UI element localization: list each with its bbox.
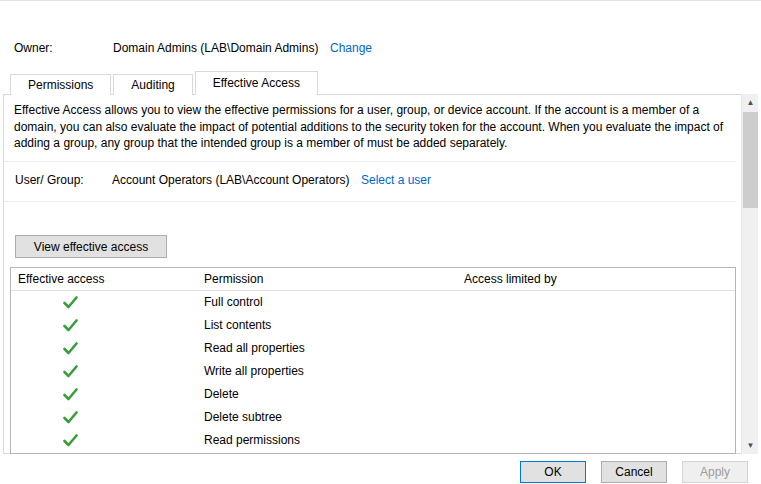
ok-button[interactable]: OK xyxy=(520,461,586,483)
tab-bar: PermissionsAuditingEffective Access xyxy=(10,71,320,95)
column-header-permission: Permission xyxy=(204,272,263,286)
scrollbar-thumb[interactable] xyxy=(743,112,758,208)
table-row[interactable]: Write all properties xyxy=(11,360,735,383)
table-row[interactable]: Full control xyxy=(11,291,735,314)
owner-value: Domain Admins (LAB\Domain Admins) xyxy=(113,41,318,55)
apply-button: Apply xyxy=(682,461,748,483)
table-row[interactable]: List contents xyxy=(11,314,735,337)
scroll-up-arrow-icon[interactable]: ▲ xyxy=(742,94,759,111)
table-row[interactable]: Read all properties xyxy=(11,337,735,360)
permission-cell: Delete xyxy=(204,387,239,401)
granted-check-icon xyxy=(63,388,79,402)
view-effective-access-button[interactable]: View effective access xyxy=(15,235,167,258)
permission-cell: Read all properties xyxy=(204,341,305,355)
table-row[interactable]: Delete xyxy=(11,383,735,406)
user-group-value: Account Operators (LAB\Account Operators… xyxy=(112,173,349,187)
permission-cell: Write all properties xyxy=(204,364,304,378)
advanced-security-settings-dialog: Owner: Domain Admins (LAB\Domain Admins)… xyxy=(0,0,761,484)
table-header: Effective access Permission Access limit… xyxy=(11,268,735,291)
granted-check-icon xyxy=(63,411,79,425)
cancel-button[interactable]: Cancel xyxy=(601,461,667,483)
effective-access-description: Effective Access allows you to view the … xyxy=(14,102,724,152)
granted-check-icon xyxy=(63,319,79,333)
user-group-label: User/ Group: xyxy=(15,173,84,187)
granted-check-icon xyxy=(63,365,79,379)
column-header-access-limited-by: Access limited by xyxy=(464,272,557,286)
table-row[interactable]: Delete subtree xyxy=(11,406,735,429)
permission-cell: List contents xyxy=(204,318,271,332)
column-header-effective-access: Effective access xyxy=(18,272,104,286)
owner-change-link[interactable]: Change xyxy=(330,41,372,55)
granted-check-icon xyxy=(63,296,79,310)
permission-cell: Full control xyxy=(204,295,263,309)
tab-auditing[interactable]: Auditing xyxy=(113,74,192,95)
scroll-down-arrow-icon[interactable]: ▼ xyxy=(742,437,759,454)
separator-line xyxy=(4,201,736,202)
granted-check-icon xyxy=(63,342,79,356)
access-table-body: Full controlList contentsRead all proper… xyxy=(11,291,735,452)
granted-check-icon xyxy=(63,434,79,448)
tab-permissions[interactable]: Permissions xyxy=(10,74,111,95)
vertical-scrollbar[interactable]: ▲ ▼ xyxy=(741,94,758,454)
effective-access-table: Effective access Permission Access limit… xyxy=(10,267,736,454)
table-row[interactable]: Read permissions xyxy=(11,429,735,452)
separator-line xyxy=(4,161,736,162)
effective-access-panel: Effective Access allows you to view the … xyxy=(3,94,758,454)
select-user-link[interactable]: Select a user xyxy=(361,173,431,187)
owner-label: Owner: xyxy=(14,41,53,55)
permission-cell: Read permissions xyxy=(204,433,300,447)
tab-effective-access[interactable]: Effective Access xyxy=(195,71,318,95)
permission-cell: Delete subtree xyxy=(204,410,282,424)
